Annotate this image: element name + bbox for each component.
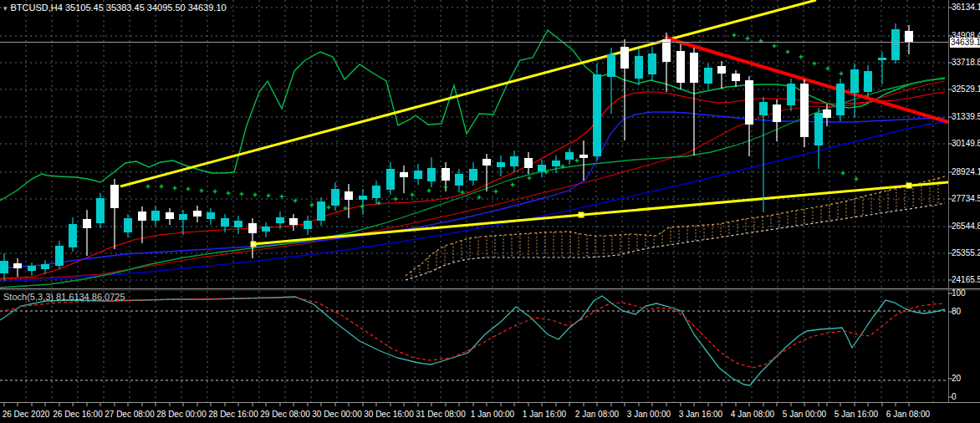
time-axis-label: 1 Jan 16:00 (523, 410, 566, 419)
bear-candle (690, 53, 698, 83)
bear-candle (732, 74, 740, 81)
price-axis-label: 36134.15 (952, 3, 980, 12)
bear-candle (482, 159, 491, 166)
bull-candle (455, 174, 463, 186)
price-axis-label: 25355.20 (952, 248, 980, 257)
bull-candle (41, 264, 49, 269)
time-axis-label: 5 Jan 16:00 (835, 410, 878, 419)
bull-candle (179, 214, 187, 220)
bull-candle (304, 221, 312, 229)
bull-candle (96, 198, 105, 223)
bull-candle (386, 169, 395, 190)
bull-candle (552, 161, 560, 166)
stoch-axis-label: 80 (952, 307, 961, 316)
time-axis-label: 29 Dec 08:00 (260, 410, 310, 419)
time-axis-label: 27 Dec 08:00 (105, 410, 155, 419)
bull-candle (124, 218, 132, 232)
bear-candle (400, 172, 408, 177)
price-axis-label: 27734.50 (952, 194, 980, 203)
bull-candle (891, 29, 900, 60)
bull-candle (469, 169, 477, 181)
time-axis-label: 5 Jan 00:00 (783, 410, 826, 419)
bear-candle (13, 263, 22, 268)
stoch-axis-label: 100 (952, 288, 966, 298)
bull-candle (427, 168, 436, 181)
time-axis-label: 6 Jan 08:00 (886, 410, 930, 419)
price-axis-label: 26544.85 (952, 222, 980, 231)
price-axis-label: 32529.15 (952, 84, 980, 94)
bull-candle (221, 218, 229, 227)
time-axis-label: 26 Dec 2020 (3, 410, 50, 419)
bull-candle (497, 162, 505, 167)
bull-candle (262, 227, 270, 232)
bull-candle (704, 68, 712, 84)
bull-candle (0, 261, 8, 273)
bear-candle (289, 218, 298, 225)
bull-candle (607, 54, 615, 77)
price-axis-label: 34908.45 (952, 31, 980, 40)
bear-candle (717, 66, 726, 74)
bear-candle (773, 104, 781, 122)
bull-candle (648, 54, 656, 74)
bull-candle (510, 156, 518, 166)
bear-candle (138, 212, 146, 221)
bear-candle (193, 211, 202, 217)
bear-candle (110, 185, 119, 208)
bull-candle (372, 186, 380, 198)
bull-candle (276, 217, 284, 223)
bull-candle (234, 221, 242, 227)
bull-candle (359, 196, 367, 200)
time-axis-label: 28 Dec 00:00 (156, 410, 207, 419)
price-axis-label: 30149.85 (952, 139, 980, 148)
bull-candle (69, 224, 77, 247)
price-axis-label: 31339.50 (952, 112, 980, 121)
bull-candle (836, 84, 845, 115)
time-axis-label: 4 Jan 08:00 (731, 410, 774, 419)
stoch-indicator-label: Stoch(5,3,3) 81.6134 86.0725 (3, 292, 125, 302)
bear-candle (800, 84, 809, 137)
chart-title: ▾BTCUSD,H4 35105.45 35383.45 34095.50 34… (3, 3, 227, 13)
bull-candle (331, 189, 339, 206)
bear-candle (83, 219, 91, 228)
bull-candle (538, 165, 546, 171)
price-axis-label: 28924.15 (952, 167, 980, 176)
bull-candle (593, 74, 601, 156)
bear-candle (745, 80, 753, 125)
bear-candle (524, 158, 533, 168)
chart-canvas[interactable] (0, 0, 980, 423)
bull-candle (878, 58, 886, 60)
bear-candle (166, 212, 174, 219)
bear-candle (620, 47, 629, 69)
bull-candle (850, 69, 859, 93)
bear-candle (579, 155, 588, 158)
bear-candle (662, 39, 671, 62)
bull-candle (28, 266, 36, 271)
bull-candle (864, 71, 872, 92)
bull-candle (414, 171, 422, 179)
time-axis-label: 1 Jan 00:00 (471, 410, 514, 419)
bull-candle (55, 246, 64, 266)
bear-candle (905, 31, 913, 42)
bull-candle (317, 201, 325, 221)
chart-window[interactable]: ▾BTCUSD,H4 35105.45 35383.45 34095.50 34… (0, 0, 980, 423)
time-axis-label: 28 Dec 16:00 (208, 410, 258, 419)
bull-candle (151, 211, 160, 221)
time-axis-label: 30 Dec 00:00 (312, 410, 362, 419)
bull-candle (787, 84, 795, 105)
symbol-marker-icon: ▾ (3, 4, 8, 13)
bull-candle (207, 212, 215, 219)
price-axis-label: 33718.80 (952, 58, 980, 67)
bear-candle (823, 110, 831, 118)
stoch-axis-label: 0 (952, 392, 957, 401)
chart-title-text: BTCUSD,H4 35105.45 35383.45 34095.50 346… (11, 3, 227, 13)
time-axis-label: 2 Jan 08:00 (575, 410, 619, 419)
time-axis-label: 3 Jan 00:00 (627, 410, 671, 419)
bull-candle (759, 102, 768, 115)
stoch-axis-label: 20 (952, 374, 961, 383)
bear-candle (345, 191, 353, 200)
price-axis-label: 24165.55 (952, 275, 980, 284)
bull-candle (814, 113, 823, 145)
time-axis-label: 30 Dec 16:00 (364, 410, 414, 419)
bull-candle (635, 56, 643, 79)
time-axis-label: 26 Dec 16:00 (53, 410, 103, 419)
